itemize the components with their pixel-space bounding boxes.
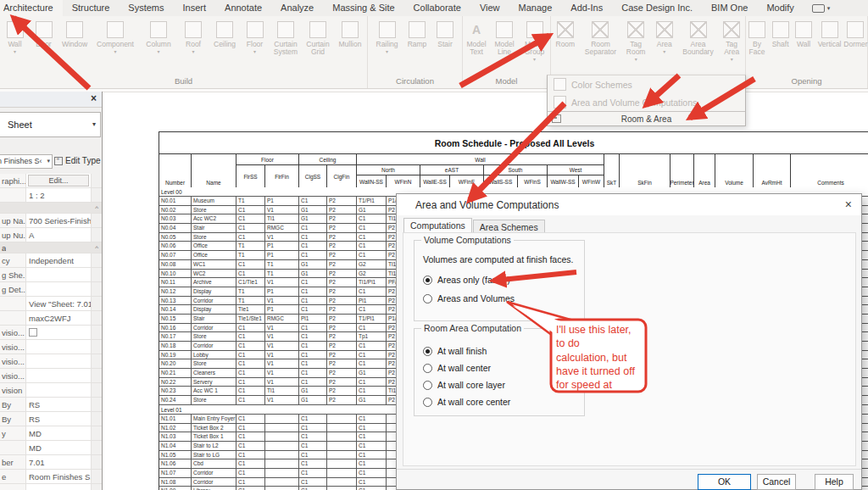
ribbon-button-dormer[interactable]: Dormer <box>844 19 867 48</box>
schedule-cell: C1 <box>299 197 327 205</box>
properties-section-header[interactable]: a <box>0 242 102 253</box>
ribbon-button-tag-area[interactable]: TagArea▾ <box>718 19 745 62</box>
ribbon-button-vertical[interactable]: Vertical <box>815 19 843 48</box>
ribbon-button-room-separator[interactable]: RoomSeparator <box>581 19 621 56</box>
property-value[interactable]: 1 : 2 <box>25 188 91 202</box>
family-type-combo[interactable]: n Finishes S‹ ▾ <box>0 154 53 169</box>
property-value[interactable]: Independent <box>25 253 91 267</box>
schedule-cell: C1 <box>299 378 327 387</box>
ribbon-button-by-face[interactable]: ByFace <box>746 19 768 56</box>
ribbon-button-component[interactable]: Component▾ <box>92 19 139 54</box>
dialog-button-cancel[interactable]: Cancel <box>757 474 796 490</box>
edit-button[interactable]: Edit... <box>28 175 89 187</box>
property-value[interactable]: MD <box>25 441 91 454</box>
ribbon-tab-add-ins[interactable]: Add-Ins <box>561 0 612 16</box>
ribbon-tab-modify[interactable]: Modify <box>757 0 803 16</box>
property-value[interactable] <box>25 484 91 490</box>
ribbon-button-model-text[interactable]: AModelText <box>463 19 490 56</box>
ribbon-button-mullion[interactable]: Mullion <box>334 19 366 48</box>
property-value[interactable]: A <box>25 228 91 242</box>
close-icon[interactable]: × <box>91 92 97 104</box>
ribbon-button-model-group[interactable]: ModelGroup▾ <box>519 19 550 62</box>
property-value[interactable]: maxC2WFJ <box>25 311 91 325</box>
checkbox[interactable] <box>29 328 37 337</box>
ribbon-tab-architecture[interactable]: Architecture <box>0 0 63 16</box>
radio-at-wall-core-layer[interactable]: At wall core layer <box>423 380 505 390</box>
ribbon-button-room[interactable]: Room <box>551 19 580 48</box>
ribbon-button-stair[interactable]: Stair <box>432 19 459 48</box>
properties-section-header[interactable] <box>0 203 102 214</box>
property-value[interactable]: RS <box>25 412 91 426</box>
ribbon-tab-view[interactable]: View <box>470 0 509 16</box>
dialog-button-ok[interactable]: OK <box>698 474 751 490</box>
ribbon-tab-annotate[interactable]: Annotate <box>215 0 271 16</box>
radio-at-wall-center[interactable]: At wall center <box>423 363 491 373</box>
property-value[interactable]: Room Finishes S... <box>25 470 91 483</box>
property-value[interactable] <box>25 383 91 397</box>
property-value[interactable]: MD <box>25 426 91 440</box>
flyout-item-area-and-volume-computations[interactable]: Area and Volume Computations <box>548 93 745 111</box>
panel-pin-icon[interactable] <box>552 114 561 123</box>
ribbon-overflow-control[interactable]: ▾ <box>812 0 831 16</box>
property-value[interactable]: 700 Series-Finishes <box>25 214 91 227</box>
ribbon-button-model-line[interactable]: ModelLine <box>491 19 518 56</box>
ribbon-button-area[interactable]: Area▾ <box>651 19 678 54</box>
ribbon-tab-collaborate[interactable]: Collaborate <box>404 0 470 16</box>
ribbon-button-ceiling[interactable]: Ceiling <box>209 19 240 48</box>
property-label: visio... <box>0 369 25 382</box>
property-value[interactable] <box>25 282 91 296</box>
property-label: visio... <box>0 340 25 354</box>
schedule-cell: C1 <box>357 487 387 490</box>
schedule-cell: N1.01 <box>159 415 192 423</box>
ribbon-tab-case-design-inc[interactable]: Case Design Inc. <box>612 0 702 16</box>
ribbon-button-wall[interactable]: Wall <box>793 19 815 48</box>
property-value[interactable] <box>25 268 91 281</box>
schedule-cell: C1 <box>357 287 387 296</box>
roof-icon <box>185 21 202 38</box>
header-col-flrfin: FlrFin <box>265 165 299 187</box>
schedule-cell: C1 <box>236 332 265 341</box>
dialog-title-bar[interactable]: Area and Volume Computations <box>397 194 861 215</box>
property-value[interactable] <box>25 369 91 382</box>
property-value[interactable]: 7.01 <box>25 455 91 469</box>
ribbon-button-curtain-system[interactable]: CurtainSystem <box>270 19 302 56</box>
radio-at-wall-finish[interactable]: At wall finish <box>423 346 487 356</box>
ribbon-tab-analyze[interactable]: Analyze <box>271 0 323 16</box>
radio-areas-and-volumes[interactable]: Areas and Volumes <box>423 293 515 303</box>
ribbon-button-shaft[interactable]: Shaft <box>769 19 792 48</box>
ribbon-tab-manage[interactable]: Manage <box>509 0 562 16</box>
ribbon-button-roof[interactable]: Roof▾ <box>178 19 209 54</box>
ribbon-button-window[interactable]: Window <box>58 19 91 48</box>
ribbon-button-label: CurtainGrid <box>306 41 329 56</box>
ribbon-button-area-boundary[interactable]: AreaBoundary <box>679 19 718 56</box>
property-value[interactable]: RS <box>25 398 91 411</box>
ribbon-button-curtain-grid[interactable]: CurtainGrid <box>303 19 333 56</box>
edit-type-button[interactable]: Edit Type <box>54 156 101 165</box>
property-label <box>0 297 25 310</box>
ribbon-button-door[interactable]: Door <box>30 19 58 48</box>
dialog-button-help[interactable]: Help <box>815 474 854 490</box>
ribbon-tab-bim-one[interactable]: BIM One <box>702 0 757 16</box>
flyout-item-color-schemes[interactable]: Color Schemes <box>548 75 745 93</box>
ribbon-tab-massing-site[interactable]: Massing & Site <box>323 0 403 16</box>
type-selector[interactable]: Sheet ▾ <box>0 112 101 137</box>
ribbon-button-ramp[interactable]: Ramp <box>403 19 431 48</box>
ribbon-tab-systems[interactable]: Systems <box>119 0 173 16</box>
property-value[interactable] <box>25 354 91 368</box>
ribbon-button-wall[interactable]: Wall▾ <box>1 19 29 54</box>
radio-areas-only-faster[interactable]: Areas only (faster) <box>423 275 510 285</box>
ribbon-tab-insert[interactable]: Insert <box>174 0 216 16</box>
property-value[interactable]: View "Sheet: 7.01... <box>25 297 91 310</box>
ribbon-button-floor[interactable]: Floor▾ <box>241 19 269 54</box>
ribbon-tab-structure[interactable]: Structure <box>63 0 120 16</box>
schedule-cell: C1 <box>299 459 327 468</box>
ribbon-button-railing[interactable]: Railing▾ <box>372 19 403 54</box>
ribbon-button-column[interactable]: Column▾ <box>140 19 177 54</box>
property-value: Edit... <box>25 174 91 187</box>
close-icon[interactable]: × <box>845 198 852 211</box>
ribbon-button-label: Stair <box>437 41 452 48</box>
radio-at-wall-core-center[interactable]: At wall core center <box>423 397 510 407</box>
property-value[interactable] <box>25 340 91 354</box>
ribbon-button-tag-room[interactable]: TagRoom▾ <box>621 19 650 62</box>
schedule-cell: N0.08 <box>159 260 192 269</box>
